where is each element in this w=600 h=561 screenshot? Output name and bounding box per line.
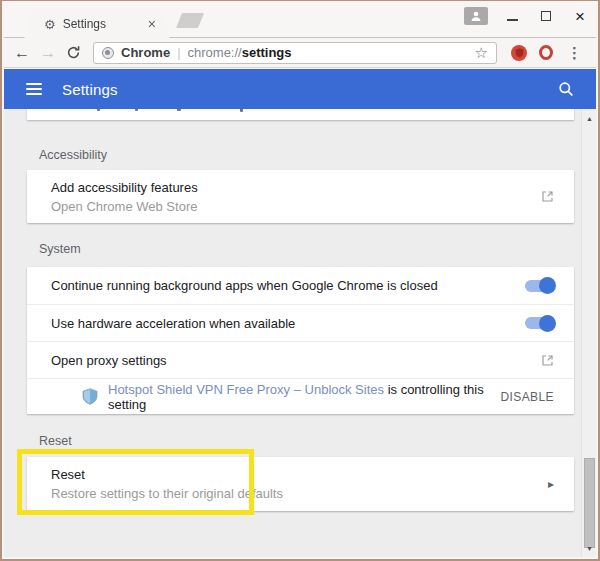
background-apps-row[interactable]: Continue running background apps when Go… [27, 267, 574, 304]
add-accessibility-row[interactable]: Add accessibility features Open Chrome W… [27, 170, 574, 223]
search-icon[interactable] [558, 81, 574, 97]
minimize-icon [507, 19, 518, 21]
accessibility-card: Add accessibility features Open Chrome W… [27, 170, 574, 223]
extension-controlled-notice: Hotspot Shield VPN Free Proxy – Unblock … [27, 378, 574, 414]
browser-window: ⚙ Settings × × ← → Chrome [0, 0, 600, 561]
settings-gear-favicon-icon: ⚙ [44, 18, 56, 31]
clipped-text-fragment [240, 109, 243, 112]
hotspot-shield-extension-icon[interactable] [511, 45, 527, 61]
accessibility-heading: Accessibility [39, 148, 107, 162]
clipped-text-fragment [135, 109, 138, 111]
url-scheme: chrome:// [188, 45, 242, 60]
maximize-icon [541, 11, 551, 21]
background-apps-toggle[interactable] [525, 280, 554, 292]
hamburger-menu-icon[interactable] [26, 83, 42, 95]
omnibox-separator: | [177, 45, 180, 60]
new-tab-button[interactable] [176, 13, 204, 28]
row-subtitle: Open Chrome Web Store [51, 199, 198, 214]
close-window-button[interactable]: × [570, 6, 590, 26]
url-host: settings [242, 45, 292, 60]
system-card: Continue running background apps when Go… [27, 267, 574, 414]
row-label: Continue running background apps when Go… [51, 278, 438, 293]
address-bar[interactable]: Chrome | chrome:// settings ☆ [93, 42, 497, 64]
settings-content: Accessibility Add accessibility features… [4, 109, 596, 557]
reset-row[interactable]: Reset Restore settings to their original… [27, 457, 574, 511]
red-ring-extension-icon[interactable] [539, 45, 553, 60]
back-icon[interactable]: ← [14, 45, 30, 61]
shield-glyph-icon [515, 48, 524, 58]
profile-avatar-button[interactable] [464, 7, 488, 25]
title-bar: ⚙ Settings × × [4, 2, 596, 38]
chevron-right-icon: ▸ [548, 477, 554, 491]
scroll-down-icon[interactable]: ▼ [582, 541, 596, 555]
close-icon: × [575, 8, 585, 25]
row-label: Use hardware acceleration when available [51, 316, 295, 331]
minimize-button[interactable] [502, 6, 522, 26]
chrome-menu-icon[interactable]: ⋮ [565, 44, 584, 62]
tab-close-icon[interactable]: × [148, 17, 156, 31]
person-icon [470, 10, 482, 22]
bookmark-star-icon[interactable]: ☆ [475, 44, 488, 62]
extension-icons: ⋮ [507, 44, 588, 62]
reset-heading: Reset [39, 434, 72, 448]
row-title: Reset [51, 467, 283, 482]
settings-page-title: Settings [62, 81, 118, 98]
window-controls: × [464, 5, 590, 27]
row-subtitle: Restore settings to their original defau… [51, 486, 283, 501]
disable-button[interactable]: DISABLE [501, 390, 555, 404]
hardware-acceleration-toggle[interactable] [525, 317, 554, 329]
browser-toolbar: ← → Chrome | chrome:// settings ☆ ⋮ [4, 38, 596, 68]
clipped-text-fragment [177, 109, 181, 111]
hotspot-shield-link[interactable]: Hotspot Shield VPN Free Proxy – Unblock … [108, 382, 384, 397]
hardware-acceleration-row[interactable]: Use hardware acceleration when available [27, 304, 574, 341]
settings-header: Settings [4, 69, 596, 109]
reload-icon[interactable] [66, 45, 81, 60]
scroll-up-icon[interactable]: ▲ [582, 111, 596, 125]
notice-text: Hotspot Shield VPN Free Proxy – Unblock … [108, 382, 501, 412]
omnibox-chrome-label: Chrome [121, 45, 170, 60]
browser-tab-settings[interactable]: ⚙ Settings × [24, 9, 170, 39]
row-label: Open proxy settings [51, 353, 167, 368]
scrollbar[interactable]: ▲ ▼ [581, 109, 596, 557]
forward-icon[interactable]: → [40, 45, 56, 61]
tab-title: Settings [63, 17, 148, 31]
system-heading: System [39, 242, 81, 256]
reset-card: Reset Restore settings to their original… [27, 457, 574, 511]
url-text: chrome:// settings [188, 45, 468, 60]
external-link-icon [541, 190, 554, 203]
external-link-icon [541, 354, 554, 367]
row-title: Add accessibility features [51, 180, 198, 195]
clipped-card [27, 109, 574, 120]
hotspot-shield-icon [82, 388, 98, 406]
clipped-text-fragment [97, 109, 100, 111]
maximize-button[interactable] [536, 6, 556, 26]
scrollbar-thumb[interactable] [584, 458, 595, 548]
open-proxy-settings-row[interactable]: Open proxy settings [27, 341, 574, 378]
chrome-logo-icon [102, 47, 114, 59]
